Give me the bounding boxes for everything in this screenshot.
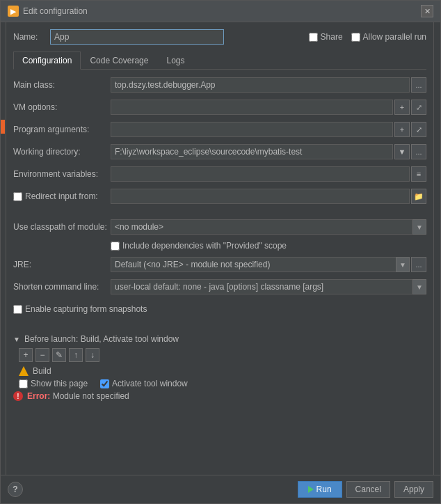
tabs-bar: Configuration Code Coverage Logs bbox=[13, 52, 426, 70]
redirect-browse-btn[interactable]: 📁 bbox=[411, 189, 426, 204]
enable-capture-checkbox[interactable] bbox=[13, 305, 22, 314]
jre-select-wrapper: Default (<no JRE> - module not specified… bbox=[111, 257, 410, 272]
build-item: Build bbox=[19, 366, 426, 376]
vm-options-btn2[interactable]: ⤢ bbox=[411, 100, 426, 115]
main-class-row: Main class: ... bbox=[13, 77, 426, 93]
edit-btn[interactable]: ✎ bbox=[52, 348, 66, 362]
working-dir-dropdown-btn[interactable]: ▼ bbox=[394, 144, 410, 159]
collapse-arrow-icon[interactable]: ▼ bbox=[13, 336, 20, 343]
redirect-input[interactable] bbox=[111, 189, 410, 204]
help-button[interactable]: ? bbox=[8, 482, 23, 497]
name-label: Name: bbox=[13, 32, 45, 42]
right-scrollbar[interactable] bbox=[433, 22, 440, 475]
activate-tool-label[interactable]: Activate tool window bbox=[100, 379, 188, 388]
shorten-cmd-select-wrapper: user-local default: none - java [options… bbox=[111, 279, 426, 294]
env-vars-input-group: ≡ bbox=[111, 166, 426, 182]
vm-options-label: VM options: bbox=[13, 102, 111, 112]
main-class-input-group: ... bbox=[111, 77, 426, 93]
vm-options-row: VM options: + ⤢ bbox=[13, 99, 426, 116]
share-checkbox-label[interactable]: Share bbox=[309, 32, 343, 42]
main-layout: Name: Share Allow parallel run Configura… bbox=[1, 22, 440, 475]
args-expand-btn[interactable]: + bbox=[394, 122, 410, 137]
name-input[interactable] bbox=[50, 29, 224, 45]
shorten-cmd-select[interactable]: user-local default: none - java [options… bbox=[111, 279, 426, 294]
working-dir-input[interactable] bbox=[111, 144, 393, 159]
build-icon bbox=[19, 366, 29, 376]
error-row: ! Error: Module not specified bbox=[13, 391, 426, 401]
enable-capture-row: Enable capturing form snapshots bbox=[13, 301, 426, 317]
move-up-btn[interactable]: ↑ bbox=[69, 348, 83, 362]
edit-configuration-dialog: ▶ Edit configuration ✕ Name: Share bbox=[0, 0, 441, 504]
share-checkbox[interactable] bbox=[309, 33, 318, 42]
dialog-title: Edit configuration bbox=[23, 6, 88, 16]
module-row: Use classpath of module: <no module> ▼ bbox=[13, 219, 426, 235]
include-deps-label[interactable]: Include dependencies with "Provided" sco… bbox=[111, 241, 287, 251]
jre-browse-btn[interactable]: ... bbox=[411, 257, 426, 272]
program-args-row: Program arguments: + ⤢ bbox=[13, 121, 426, 138]
module-label: Use classpath of module: bbox=[13, 222, 111, 232]
app-icon: ▶ bbox=[8, 6, 19, 17]
parallel-checkbox[interactable] bbox=[351, 33, 360, 42]
working-dir-browse-btn[interactable]: ... bbox=[411, 144, 426, 159]
show-page-label[interactable]: Show this page bbox=[19, 379, 88, 388]
args-btn2[interactable]: ⤢ bbox=[411, 122, 426, 137]
apply-button[interactable]: Apply bbox=[394, 481, 433, 498]
working-dir-row: Working directory: ▼ ... bbox=[13, 143, 426, 160]
working-dir-input-group: ▼ ... bbox=[111, 144, 426, 159]
show-page-row: Show this page Activate tool window bbox=[19, 379, 426, 388]
remove-btn[interactable]: − bbox=[35, 348, 49, 362]
tab-logs[interactable]: Logs bbox=[157, 52, 193, 69]
parallel-checkbox-label[interactable]: Allow parallel run bbox=[351, 32, 426, 42]
main-class-input[interactable] bbox=[111, 77, 410, 93]
env-vars-label: Environment variables: bbox=[13, 169, 111, 179]
build-label: Build bbox=[33, 366, 51, 376]
redirect-checkbox-label[interactable]: Redirect input from: bbox=[13, 191, 111, 201]
error-text: Error: Module not specified bbox=[27, 391, 129, 401]
program-args-label: Program arguments: bbox=[13, 125, 111, 134]
form-area: Main class: ... VM options: + ⤢ bbox=[13, 77, 426, 468]
module-select[interactable]: <no module> bbox=[111, 219, 426, 235]
module-select-wrapper: <no module> ▼ bbox=[111, 219, 426, 235]
tab-code-coverage[interactable]: Code Coverage bbox=[81, 52, 157, 69]
vm-options-input[interactable] bbox=[111, 100, 393, 115]
left-indicator bbox=[1, 120, 5, 134]
enable-capture-label[interactable]: Enable capturing form snapshots bbox=[13, 304, 147, 314]
error-message: Module not specified bbox=[50, 391, 129, 401]
redirect-checkbox[interactable] bbox=[13, 192, 22, 201]
cancel-button[interactable]: Cancel bbox=[346, 481, 390, 498]
main-class-label: Main class: bbox=[13, 80, 111, 90]
show-page-checkbox[interactable] bbox=[19, 379, 28, 388]
action-buttons: Run Cancel Apply bbox=[298, 481, 433, 498]
name-row: Name: Share Allow parallel run bbox=[13, 29, 426, 45]
add-btn[interactable]: + bbox=[19, 348, 33, 362]
before-launch-title: Before launch: Build, Activate tool wind… bbox=[24, 334, 179, 344]
bottom-bar: ? Run Cancel Apply bbox=[1, 475, 440, 503]
content-area: Name: Share Allow parallel run Configura… bbox=[6, 22, 433, 475]
include-deps-checkbox[interactable] bbox=[111, 242, 120, 251]
redirect-input-group: 📁 bbox=[111, 189, 426, 204]
title-bar: ▶ Edit configuration ✕ bbox=[1, 1, 440, 22]
env-vars-browse-btn[interactable]: ≡ bbox=[411, 166, 426, 182]
move-down-btn[interactable]: ↓ bbox=[86, 348, 99, 362]
before-launch-header: ▼ Before launch: Build, Activate tool wi… bbox=[13, 334, 426, 344]
jre-label: JRE: bbox=[13, 260, 111, 269]
program-args-input[interactable] bbox=[111, 122, 393, 137]
main-class-browse-btn[interactable]: ... bbox=[411, 77, 426, 93]
error-bold-text: Error: bbox=[27, 391, 50, 401]
run-button[interactable]: Run bbox=[298, 481, 342, 498]
run-triangle-icon bbox=[308, 486, 314, 493]
jre-input-group: Default (<no JRE> - module not specified… bbox=[111, 257, 426, 272]
title-bar-left: ▶ Edit configuration bbox=[8, 6, 88, 17]
share-row: Share Allow parallel run bbox=[309, 32, 426, 42]
error-icon: ! bbox=[13, 391, 23, 401]
include-deps-row: Include dependencies with "Provided" sco… bbox=[111, 241, 426, 251]
jre-select[interactable]: Default (<no JRE> - module not specified… bbox=[111, 257, 410, 272]
env-vars-input[interactable] bbox=[111, 166, 410, 182]
tab-configuration[interactable]: Configuration bbox=[13, 52, 81, 70]
vm-expand-btn[interactable]: + bbox=[394, 100, 410, 115]
activate-tool-checkbox[interactable] bbox=[100, 379, 109, 388]
before-launch-toolbar: + − ✎ ↑ ↓ bbox=[19, 348, 426, 362]
close-button[interactable]: ✕ bbox=[421, 5, 433, 17]
left-panel bbox=[1, 22, 6, 475]
shorten-cmd-row: Shorten command line: user-local default… bbox=[13, 278, 426, 295]
